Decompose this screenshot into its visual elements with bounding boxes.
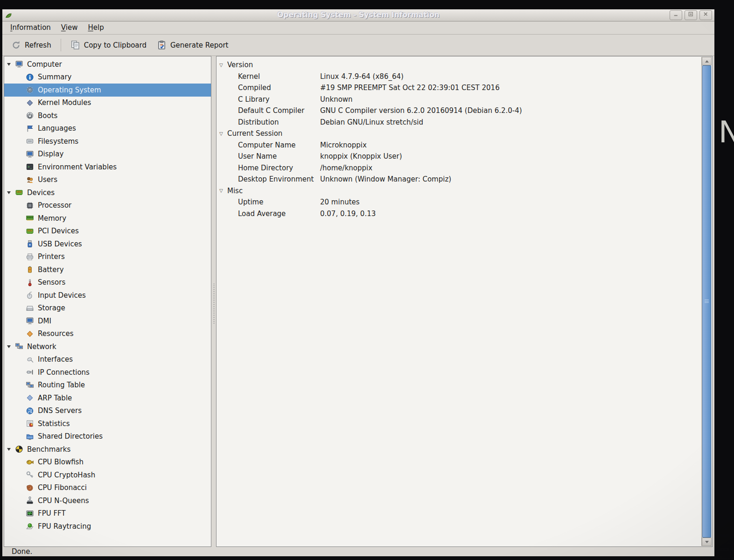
boots-icon <box>26 112 34 119</box>
default-c-compiler-label: Default C Compiler <box>238 106 320 115</box>
sidebar-group-devices[interactable]: Devices <box>4 186 211 199</box>
sidebar-item-environment-variables[interactable]: >_Environment Variables <box>4 161 211 174</box>
c-library-label: C Library <box>238 95 320 104</box>
maximize-icon <box>687 11 694 20</box>
menu-view[interactable]: View <box>56 21 83 34</box>
kernel-modules-icon <box>26 99 34 107</box>
dns-servers-icon <box>26 407 34 415</box>
desktop-environment-value: Unknown (Window Manager: Compiz) <box>320 175 700 183</box>
dns-servers-label: DNS Servers <box>38 406 82 415</box>
sidebar-item-cpu-blowfish[interactable]: CPU Blowfish <box>4 456 211 469</box>
info-row-user-name: User Nameknoppix (Knoppix User) <box>217 151 700 162</box>
content-scrollbar[interactable] <box>701 57 712 546</box>
refresh-label: Refresh <box>25 41 51 49</box>
section-expander-icon[interactable]: ▽ <box>219 63 227 68</box>
sidebar-item-usb-devices[interactable]: USB Devices <box>4 238 211 251</box>
sidebar-item-cpu-fibonacci[interactable]: CPU Fibonacci <box>4 482 211 495</box>
processor-label: Processor <box>38 201 71 210</box>
expander-icon[interactable] <box>7 448 11 451</box>
fpu-fft-icon <box>26 510 34 518</box>
toolbar-copy-to-clipboard-button[interactable]: Copy to Clipboard <box>65 37 152 53</box>
scrollbar-thumb[interactable] <box>702 65 711 538</box>
sidebar-item-storage[interactable]: Storage <box>4 302 211 315</box>
sidebar-group-computer[interactable]: Computer <box>4 58 211 71</box>
sidebar-item-resources[interactable]: Resources <box>4 328 211 341</box>
sidebar-item-boots[interactable]: Boots <box>4 109 211 122</box>
sidebar-item-filesystems[interactable]: Filesystems <box>4 135 211 148</box>
sidebar-item-languages[interactable]: Languages <box>4 122 211 135</box>
cpu-cryptohash-icon <box>26 471 34 479</box>
sidebar-item-ip-connections[interactable]: IP Connections <box>4 366 211 379</box>
toolbar-refresh-button[interactable]: Refresh <box>6 37 56 53</box>
distribution-value: Debian GNU/Linux stretch/sid <box>320 118 700 126</box>
info-row-c-library: C LibraryUnknown <box>217 94 700 105</box>
cpu-cryptohash-label: CPU CryptoHash <box>38 471 95 479</box>
sidebar-item-memory[interactable]: Memory <box>4 212 211 225</box>
display-icon <box>26 150 34 158</box>
section-version[interactable]: ▽Version <box>217 59 700 71</box>
cpu-fibonacci-icon <box>26 484 34 492</box>
maximize-button[interactable] <box>685 10 697 20</box>
pane-splitter[interactable] <box>211 56 216 547</box>
svg-text:i: i <box>29 74 31 81</box>
arp-table-label: ARP Table <box>38 394 72 402</box>
section-misc[interactable]: ▽Misc <box>217 185 700 197</box>
network-icon <box>15 343 23 350</box>
scrollbar-up-button[interactable] <box>702 57 712 65</box>
section-current-session[interactable]: ▽Current Session <box>217 128 700 140</box>
sidebar-item-dns-servers[interactable]: DNS Servers <box>4 405 211 418</box>
sidebar-item-cpu-n-queens[interactable]: CPU N-Queens <box>4 494 211 507</box>
sidebar-item-sensors[interactable]: Sensors <box>4 276 211 289</box>
languages-label: Languages <box>38 124 76 133</box>
menu-help[interactable]: Help <box>83 21 109 34</box>
user-name-value: knoppix (Knoppix User) <box>320 152 700 161</box>
sidebar-item-printers[interactable]: Printers <box>4 251 211 264</box>
sidebar-item-battery[interactable]: Battery <box>4 263 211 276</box>
menubar: InformationViewHelp <box>2 21 714 35</box>
sidebar-item-shared-directories[interactable]: Shared Directories <box>4 430 211 443</box>
network-label: Network <box>27 343 56 351</box>
toolbar-separator <box>61 39 61 51</box>
expander-icon[interactable] <box>7 345 11 348</box>
sidebar-item-processor[interactable]: Processor <box>4 199 211 212</box>
expander-icon[interactable] <box>7 63 11 66</box>
sidebar-item-fpu-fft[interactable]: FPU FFT <box>4 507 211 520</box>
sidebar-item-fpu-raytracing[interactable]: FPU Raytracing <box>4 520 211 533</box>
load-average-label: Load Average <box>238 210 320 218</box>
sidebar-item-dmi[interactable]: DMI <box>4 315 211 328</box>
sidebar-item-summary[interactable]: iSummary <box>4 71 211 84</box>
current-session-section-title: Current Session <box>227 129 282 138</box>
sidebar-item-display[interactable]: Display <box>4 148 211 161</box>
sidebar-item-operating-system[interactable]: Operating System <box>4 84 211 97</box>
content-rows: ▽VersionKernelLinux 4.7.9-64 (x86_64)Com… <box>217 56 700 219</box>
sidebar-item-users[interactable]: Users <box>4 174 211 187</box>
menu-information[interactable]: Information <box>5 21 56 34</box>
shared-directories-icon <box>26 433 34 441</box>
section-expander-icon[interactable]: ▽ <box>219 131 227 136</box>
routing-table-label: Routing Table <box>38 381 85 389</box>
summary-label: Summary <box>38 73 72 81</box>
minimize-button[interactable] <box>670 10 682 20</box>
memory-icon <box>26 214 34 222</box>
info-row-uptime: Uptime20 minutes <box>217 196 700 208</box>
sidebar-item-arp-table[interactable]: ARP Table <box>4 392 211 405</box>
toolbar: RefreshCopy to ClipboardGenerate Report <box>2 35 714 56</box>
toolbar-generate-report-button[interactable]: Generate Report <box>152 37 234 53</box>
sidebar-item-cpu-cryptohash[interactable]: CPU CryptoHash <box>4 469 211 482</box>
sidebar-item-pci-devices[interactable]: PCI Devices <box>4 225 211 238</box>
sidebar-item-interfaces[interactable]: Interfaces <box>4 353 211 366</box>
compiled-value: #19 SMP PREEMPT Sat Oct 22 02:39:01 CEST… <box>320 84 700 92</box>
expander-icon[interactable] <box>7 191 11 194</box>
close-button[interactable] <box>699 10 712 20</box>
environment-variables-label: Environment Variables <box>38 163 117 171</box>
ip-connections-label: IP Connections <box>38 368 90 377</box>
section-expander-icon[interactable]: ▽ <box>219 188 227 193</box>
sidebar-item-routing-table[interactable]: Routing Table <box>4 379 211 392</box>
sidebar-item-kernel-modules[interactable]: Kernel Modules <box>4 97 211 110</box>
sidebar-group-network[interactable]: Network <box>4 340 211 353</box>
sidebar-item-statistics[interactable]: Statistics <box>4 417 211 430</box>
sidebar-group-benchmarks[interactable]: Benchmarks <box>4 443 211 456</box>
sidebar-item-input-devices[interactable]: Input Devices <box>4 289 211 302</box>
main-area: ComputeriSummaryOperating SystemKernel M… <box>2 56 714 547</box>
scrollbar-down-button[interactable] <box>702 538 712 546</box>
